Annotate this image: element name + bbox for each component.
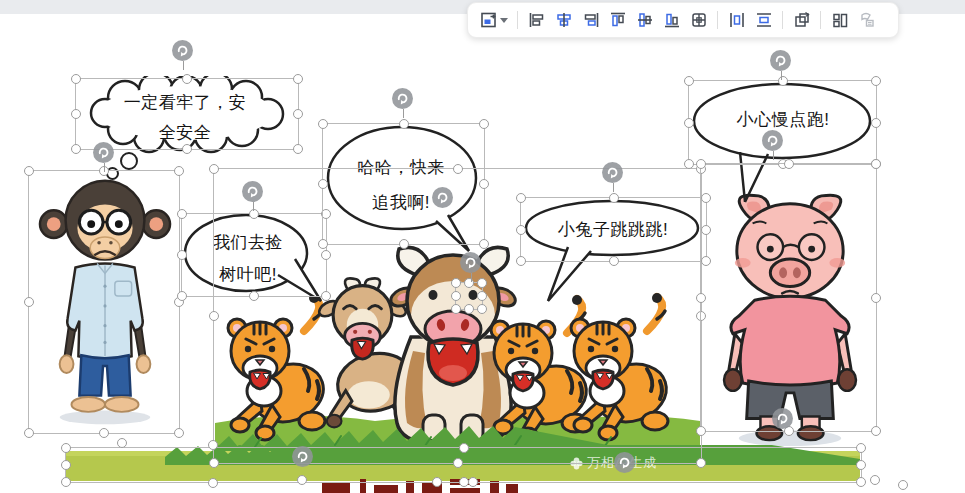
format-transfer-button[interactable] — [853, 6, 880, 34]
selection-box-pig[interactable] — [700, 163, 877, 432]
selection-handle[interactable] — [778, 76, 788, 86]
object-layout-button[interactable] — [476, 6, 512, 34]
selection-handle[interactable] — [177, 209, 187, 219]
rotate-handle[interactable] — [772, 408, 793, 429]
group-button[interactable] — [826, 6, 853, 34]
selection-handle[interactable] — [696, 426, 706, 436]
selection-handle[interactable] — [684, 76, 694, 86]
selection-handle[interactable] — [459, 443, 469, 453]
selection-handle[interactable] — [871, 159, 881, 169]
align-right-button[interactable] — [577, 6, 604, 34]
selection-handle[interactable] — [870, 475, 880, 485]
selection-handle[interactable] — [293, 74, 303, 84]
align-bottom-button[interactable] — [658, 6, 685, 34]
arrange-toolbar — [467, 2, 899, 38]
selection-handle[interactable] — [684, 159, 694, 169]
selection-handle[interactable] — [117, 438, 127, 448]
selection-handle[interactable] — [516, 193, 526, 203]
selection-handle[interactable] — [293, 144, 303, 154]
selection-box-grass-strip[interactable] — [65, 447, 862, 483]
selection-handle[interactable] — [871, 118, 881, 128]
rotate-handle[interactable] — [432, 187, 453, 208]
align-left-icon — [528, 11, 546, 29]
distribute-horizontal-button[interactable] — [723, 6, 750, 34]
selection-handle[interactable] — [451, 304, 461, 314]
selection-handle[interactable] — [297, 475, 307, 485]
selection-handle[interactable] — [871, 76, 881, 86]
selection-handle[interactable] — [856, 460, 866, 470]
rotate-handle[interactable] — [602, 162, 623, 183]
rotate-handle[interactable] — [392, 88, 413, 109]
selection-handle[interactable] — [182, 74, 192, 84]
selection-handle[interactable] — [174, 166, 184, 176]
selection-handle[interactable] — [182, 144, 192, 154]
rotate-handle[interactable] — [460, 252, 481, 273]
selection-handle[interactable] — [477, 278, 487, 288]
selection-box-cloud-bubble[interactable] — [75, 78, 299, 150]
selection-handle[interactable] — [856, 443, 866, 453]
rotate-handle[interactable] — [292, 446, 313, 467]
selection-handle[interactable] — [177, 291, 187, 301]
align-left-button[interactable] — [523, 6, 550, 34]
selection-handle[interactable] — [174, 428, 184, 438]
selection-handle[interactable] — [464, 278, 474, 288]
selection-handle[interactable] — [871, 293, 881, 303]
rotate-handle[interactable] — [614, 452, 635, 473]
selection-handle[interactable] — [208, 478, 218, 488]
selection-handle[interactable] — [24, 428, 34, 438]
align-center-horizontal-button[interactable] — [550, 6, 577, 34]
selection-handle[interactable] — [453, 164, 463, 174]
selection-handle[interactable] — [451, 278, 461, 288]
selection-handle[interactable] — [61, 443, 71, 453]
selection-handle[interactable] — [71, 109, 81, 119]
selection-handle[interactable] — [177, 250, 187, 260]
rotate-handle[interactable] — [770, 50, 791, 71]
selection-handle[interactable] — [856, 477, 866, 487]
selection-box-rabbit-bubble[interactable] — [520, 197, 707, 262]
selection-box-careful-bubble[interactable] — [688, 80, 877, 165]
rotate-handle[interactable] — [762, 130, 783, 151]
selection-handle[interactable] — [468, 477, 478, 487]
selection-handle[interactable] — [293, 109, 303, 119]
smart-align-grid-button[interactable] — [685, 6, 712, 34]
selection-handle[interactable] — [451, 291, 461, 301]
selection-handle[interactable] — [898, 480, 908, 490]
selection-handle[interactable] — [464, 304, 474, 314]
selection-box-monkey[interactable] — [28, 170, 180, 434]
selection-handle[interactable] — [24, 297, 34, 307]
toolbar-separator — [517, 11, 518, 29]
selection-handle[interactable] — [209, 164, 219, 174]
selection-handle[interactable] — [696, 293, 706, 303]
selection-handle[interactable] — [609, 193, 619, 203]
selection-handle[interactable] — [784, 159, 794, 169]
rotate-handle[interactable] — [242, 181, 263, 202]
align-top-button[interactable] — [604, 6, 631, 34]
selection-handle[interactable] — [516, 256, 526, 266]
merge-shapes-button[interactable] — [788, 6, 815, 34]
selection-handle[interactable] — [71, 144, 81, 154]
selection-handle[interactable] — [696, 159, 706, 169]
selection-handle[interactable] — [479, 119, 489, 129]
rotate-handle[interactable] — [172, 40, 193, 61]
selection-handle[interactable] — [477, 291, 487, 301]
rotate-handle[interactable] — [93, 142, 114, 163]
align-middle-vertical-button[interactable] — [631, 6, 658, 34]
selection-handle[interactable] — [684, 118, 694, 128]
selection-handle[interactable] — [24, 166, 34, 176]
selection-handle[interactable] — [399, 119, 409, 129]
selection-handle[interactable] — [99, 428, 109, 438]
selection-handle[interactable] — [432, 477, 442, 487]
selection-handle[interactable] — [208, 440, 218, 450]
selection-handle[interactable] — [516, 225, 526, 235]
selection-handle[interactable] — [71, 74, 81, 84]
selection-handle[interactable] — [459, 477, 469, 487]
selection-handle[interactable] — [609, 256, 619, 266]
selection-handle[interactable] — [61, 477, 71, 487]
selection-handle[interactable] — [871, 426, 881, 436]
selection-box-small-object[interactable] — [455, 282, 483, 310]
distribute-vertical-button[interactable] — [750, 6, 777, 34]
selection-handle[interactable] — [61, 460, 71, 470]
selection-handle[interactable] — [318, 119, 328, 129]
selection-handle[interactable] — [209, 311, 219, 321]
selection-handle[interactable] — [477, 304, 487, 314]
